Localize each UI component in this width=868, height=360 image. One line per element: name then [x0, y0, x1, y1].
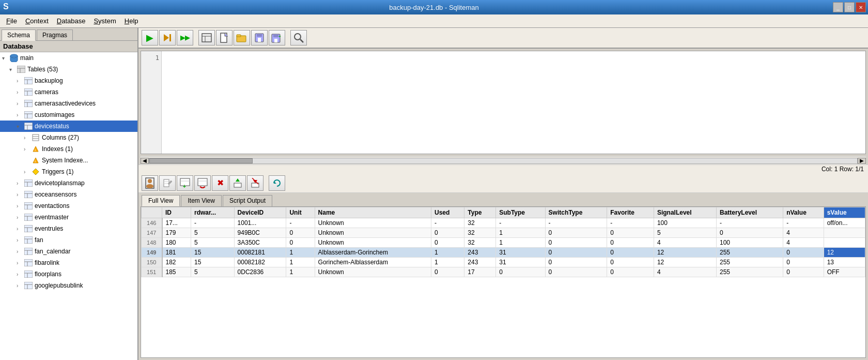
cell-used[interactable]: -	[431, 218, 464, 228]
tree-item-devicestatus[interactable]: ▾devicestatus	[0, 121, 137, 132]
cell-batterylevel[interactable]: 100	[716, 238, 783, 248]
col-header-switchtype[interactable]: SwitchType	[545, 207, 607, 218]
cell-favorite[interactable]: 0	[607, 228, 654, 238]
cell-favorite[interactable]: -	[607, 218, 654, 228]
tree-arrow-eventrules[interactable]: ›	[17, 226, 24, 232]
cell-unit[interactable]: 1	[286, 267, 315, 277]
col-header-favorite[interactable]: Favorite	[607, 207, 654, 218]
tree-arrow-fibarolink[interactable]: ›	[17, 260, 24, 266]
tree-item-fan[interactable]: ›fan	[0, 234, 137, 246]
cell-batterylevel[interactable]: 255	[716, 267, 783, 277]
tree-container[interactable]: ▾main▾Tables (53)›backuplog›cameras›came…	[0, 52, 137, 360]
cell-deviceid[interactable]: 949B0C	[234, 228, 286, 238]
search-button[interactable]	[290, 30, 307, 46]
cell-subtype[interactable]: 1	[496, 228, 545, 238]
table-row[interactable]: 14617...-1001...-Unknown-32---100--off/o…	[142, 218, 865, 228]
cell-batterylevel[interactable]: 255	[716, 258, 783, 267]
cell-unit[interactable]: 0	[286, 228, 315, 238]
cell-favorite[interactable]: 0	[607, 267, 654, 277]
cell-svalue[interactable]	[824, 238, 865, 248]
tree-arrow-eoceansensors[interactable]: ›	[17, 192, 24, 198]
export-button[interactable]	[229, 175, 246, 191]
scroll-left-button[interactable]: ◄	[141, 158, 149, 164]
tree-item-cameras[interactable]: ›cameras	[0, 86, 137, 98]
save-button[interactable]	[251, 30, 268, 46]
cell-name[interactable]: Unknown	[315, 218, 431, 228]
tree-item-googlepubsublink[interactable]: ›googlepubsublink	[0, 280, 137, 291]
tab-schema[interactable]: Schema	[2, 29, 36, 41]
table-row[interactable]: 1471795949B0C0Unknown032100504	[142, 228, 865, 238]
cell-deviceid[interactable]: 00082182	[234, 258, 286, 267]
cell-batterylevel[interactable]: -	[716, 218, 783, 228]
cell-svalue[interactable]: OFF	[824, 267, 865, 277]
cell-favorite[interactable]: 0	[607, 258, 654, 267]
cell-used[interactable]: 0	[431, 228, 464, 238]
col-header-signallevel[interactable]: SignalLevel	[654, 207, 716, 218]
add-row-button[interactable]: +	[177, 175, 193, 191]
cell-nvalue[interactable]: 0	[783, 267, 824, 277]
cell-rdware[interactable]: 15	[191, 248, 234, 258]
sql-content[interactable]	[162, 51, 865, 154]
tree-arrow-camerasactivedevices[interactable]: ›	[17, 101, 24, 107]
cell-id[interactable]: 180	[162, 238, 191, 248]
cell-signallevel[interactable]: 4	[654, 238, 716, 248]
col-header-subtype[interactable]: SubType	[496, 207, 545, 218]
cell-signallevel[interactable]: 12	[654, 258, 716, 267]
tree-item-eoceansensors[interactable]: ›eoceansensors	[0, 189, 137, 200]
cell-name[interactable]: Unknown	[315, 238, 431, 248]
cell-name[interactable]: Gorinchem-Alblasserdam	[315, 258, 431, 267]
cell-deviceid[interactable]: 3A350C	[234, 238, 286, 248]
cell-batterylevel[interactable]: 0	[716, 228, 783, 238]
tree-item-tables[interactable]: ▾Tables (53)	[0, 64, 137, 75]
tab-item-view[interactable]: Item View	[181, 195, 221, 206]
cell-used[interactable]: 0	[431, 267, 464, 277]
cell-type[interactable]: 17	[464, 267, 496, 277]
cell-name[interactable]: Alblasserdam-Gorinchem	[315, 248, 431, 258]
tree-item-camerasactivedevices[interactable]: ›camerasactivedevices	[0, 98, 137, 109]
open-button[interactable]	[234, 30, 250, 46]
tree-item-eventrules[interactable]: ›eventrules	[0, 223, 137, 234]
cell-unit[interactable]: 1	[286, 258, 315, 267]
menu-file[interactable]: File	[2, 16, 21, 26]
col-header-rdware[interactable]: rdwar...	[191, 207, 234, 218]
portrait-button[interactable]	[142, 175, 158, 191]
cell-subtype[interactable]: 1	[496, 238, 545, 248]
cell-nvalue[interactable]: -	[783, 218, 824, 228]
sql-editor-area[interactable]: 1	[141, 51, 866, 154]
cell-deviceid[interactable]: 1001...	[234, 218, 286, 228]
tree-item-columns[interactable]: ›Columns (27)	[0, 132, 137, 143]
tree-arrow-googlepubsublink[interactable]: ›	[17, 283, 24, 289]
tree-arrow-backuplog[interactable]: ›	[17, 78, 24, 84]
table-button[interactable]	[198, 30, 215, 46]
cell-id[interactable]: 185	[162, 267, 191, 277]
tree-arrow-eventmaster[interactable]: ›	[17, 215, 24, 220]
cell-unit[interactable]: 0	[286, 238, 315, 248]
tab-full-view[interactable]: Full View	[142, 195, 180, 206]
cell-rdware[interactable]: 5	[191, 238, 234, 248]
cell-unit[interactable]: -	[286, 218, 315, 228]
cell-nvalue[interactable]: 0	[783, 248, 824, 258]
tree-item-main[interactable]: ▾main	[0, 52, 137, 64]
cell-switchtype[interactable]: 0	[545, 248, 607, 258]
table-row[interactable]: 15118550DC28361Unknown01700042550OFF	[142, 267, 865, 277]
tree-item-devicetoplansmap[interactable]: ›devicetoplansmap	[0, 177, 137, 189]
menu-database[interactable]: Database	[53, 16, 90, 26]
cell-switchtype[interactable]: 0	[545, 258, 607, 267]
cell-deviceid[interactable]: 0DC2836	[234, 267, 286, 277]
cell-used[interactable]: 1	[431, 248, 464, 258]
tree-item-system_indexes[interactable]: iSystem Indexe...	[0, 155, 137, 166]
cell-name[interactable]: Unknown	[315, 267, 431, 277]
cell-batterylevel[interactable]: 255	[716, 248, 783, 258]
cell-favorite[interactable]: 0	[607, 248, 654, 258]
tree-arrow-devicestatus[interactable]: ▾	[17, 124, 24, 129]
col-header-batterylevel[interactable]: BatteryLevel	[716, 207, 783, 218]
col-header-svalue[interactable]: sValue	[824, 207, 865, 218]
tab-pragmas[interactable]: Pragmas	[37, 29, 73, 40]
col-header-unit[interactable]: Unit	[286, 207, 315, 218]
cell-type[interactable]: 32	[464, 238, 496, 248]
run-all-button[interactable]: ▶▶	[177, 30, 193, 46]
cell-type[interactable]: 243	[464, 258, 496, 267]
tab-script-output[interactable]: Script Output	[223, 195, 272, 206]
cell-type[interactable]: 32	[464, 218, 496, 228]
cell-svalue[interactable]: 12	[824, 248, 865, 258]
